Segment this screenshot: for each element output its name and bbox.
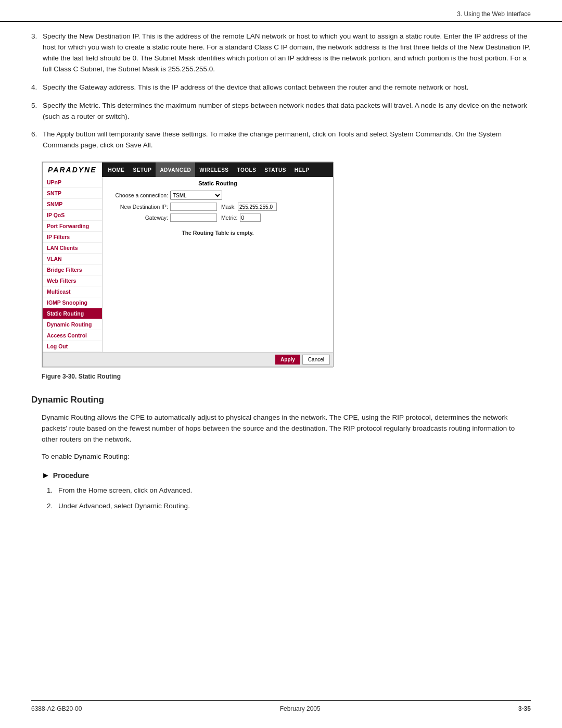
proc-step-2: 2. Under Advanced, select Dynamic Routin… (47, 501, 531, 511)
sidebar-item-logout[interactable]: Log Out (43, 341, 102, 352)
metric-input[interactable] (240, 214, 261, 222)
sidebar-item-igmpsnooping[interactable]: IGMP Snooping (43, 297, 102, 308)
dynamic-routing-heading: Dynamic Routing (31, 395, 531, 405)
figure-caption-text: Figure 3-30. Static Routing (42, 373, 121, 380)
sidebar-item-portforwarding[interactable]: Port Forwarding (43, 221, 102, 232)
sidebar-item-sntp[interactable]: SNTP (43, 188, 102, 199)
router-screenshot: PARADYNE HOME SETUP ADVANCED WIRELESS TO… (42, 161, 333, 368)
connection-label: Choose a connection: (106, 192, 168, 198)
sidebar: UPnP SNTP SNMP IP QoS Port Forwarding IP… (43, 177, 103, 352)
step-3-num: 3. (31, 31, 43, 75)
nav-items: HOME SETUP ADVANCED WIRELESS TOOLS STATU… (104, 162, 314, 177)
step-6-text: The Apply button will temporarily save t… (43, 129, 531, 151)
gateway-label: Gateway: (106, 215, 168, 221)
header-section-ref: 3. Using the Web Interface (457, 10, 531, 18)
apply-button[interactable]: Apply (275, 355, 300, 365)
logo-text: PARADYNE (48, 166, 97, 174)
gateway-input[interactable] (170, 214, 217, 222)
proc-step-1: 1. From the Home screen, click on Advanc… (47, 485, 531, 496)
sidebar-item-staticrouting[interactable]: Static Routing (43, 308, 102, 319)
step-3: 3. Specify the New Destination IP. This … (31, 31, 531, 75)
procedure-title-text: Procedure (53, 471, 89, 480)
sidebar-item-dynamicrouting[interactable]: Dynamic Routing (43, 319, 102, 330)
sidebar-item-multicast[interactable]: Multicast (43, 286, 102, 297)
metric-label: Metric: (221, 215, 238, 221)
step-5: 5. Specify the Metric. This determines t… (31, 101, 531, 122)
sidebar-item-webfilters[interactable]: Web Filters (43, 275, 102, 286)
step-5-text: Specify the Metric. This determines the … (43, 101, 531, 122)
router-logo: PARADYNE (43, 162, 102, 177)
connection-row: Choose a connection: TSML (106, 191, 330, 200)
step-6: 6. The Apply button will temporarily sav… (31, 129, 531, 151)
footer-left: 6388-A2-GB20-00 (31, 705, 82, 712)
procedure-title: ► Procedure (42, 471, 531, 480)
main-content: 3. Specify the New Destination IP. This … (31, 31, 531, 517)
sidebar-item-snmp[interactable]: SNMP (43, 199, 102, 210)
connection-select[interactable]: TSML (170, 191, 222, 200)
gateway-row: Gateway: Metric: (106, 214, 330, 222)
procedure-block: ► Procedure 1. From the Home screen, cli… (42, 471, 531, 512)
step-4-num: 4. (31, 82, 43, 93)
figure-caption: Figure 3-30. Static Routing (42, 373, 531, 380)
sidebar-item-lanclients[interactable]: LAN Clients (43, 243, 102, 254)
router-ui: PARADYNE HOME SETUP ADVANCED WIRELESS TO… (42, 162, 334, 367)
bottom-bar: Apply Cancel (43, 352, 333, 367)
step-5-num: 5. (31, 101, 43, 122)
procedure-list: 1. From the Home screen, click on Advanc… (47, 485, 531, 512)
main-panel: Static Routing Choose a connection: TSML… (103, 177, 333, 352)
page-footer: 6388-A2-GB20-00 February 2005 3-35 (31, 700, 531, 712)
mask-input[interactable] (238, 203, 277, 211)
routing-table-empty: The Routing Table is empty. (106, 230, 330, 236)
nav-help[interactable]: HELP (290, 162, 314, 177)
footer-right: 3-35 (518, 705, 531, 712)
nav-advanced[interactable]: ADVANCED (156, 162, 195, 177)
nav-bar: PARADYNE HOME SETUP ADVANCED WIRELESS TO… (43, 162, 333, 177)
nav-setup[interactable]: SETUP (129, 162, 156, 177)
panel-title: Static Routing (106, 180, 330, 186)
dest-ip-input[interactable] (170, 203, 217, 211)
sidebar-item-bridgefilters[interactable]: Bridge Filters (43, 265, 102, 275)
sidebar-item-upnp[interactable]: UPnP (43, 177, 102, 188)
cancel-button[interactable]: Cancel (302, 355, 330, 365)
procedure-arrow-icon: ► (42, 471, 50, 480)
step-4: 4. Specify the Gateway address. This is … (31, 82, 531, 93)
step-6-num: 6. (31, 129, 43, 151)
router-body: UPnP SNTP SNMP IP QoS Port Forwarding IP… (43, 177, 333, 352)
proc-step-1-num: 1. (47, 485, 58, 496)
proc-step-2-num: 2. (47, 501, 58, 511)
dynamic-routing-body: Dynamic Routing allows the CPE to automa… (42, 412, 531, 445)
dest-ip-row: New Destination IP: Mask: (106, 203, 330, 211)
nav-tools[interactable]: TOOLS (233, 162, 261, 177)
mask-label: Mask: (221, 204, 236, 210)
dest-ip-label: New Destination IP: (106, 204, 168, 210)
nav-status[interactable]: STATUS (260, 162, 290, 177)
sidebar-item-ipfilters[interactable]: IP Filters (43, 232, 102, 243)
sidebar-item-accesscontrol[interactable]: Access Control (43, 330, 102, 341)
sidebar-item-vlan[interactable]: VLAN (43, 254, 102, 265)
top-rule (0, 21, 562, 22)
footer-center: February 2005 (280, 705, 321, 712)
proc-step-1-text: From the Home screen, click on Advanced. (58, 485, 192, 496)
step-4-text: Specify the Gateway address. This is the… (43, 82, 531, 93)
proc-step-2-text: Under Advanced, select Dynamic Routing. (58, 501, 190, 511)
sidebar-item-ipqos[interactable]: IP QoS (43, 210, 102, 221)
step-3-text: Specify the New Destination IP. This is … (43, 31, 531, 75)
nav-wireless[interactable]: WIRELESS (195, 162, 233, 177)
dynamic-routing-enable: To enable Dynamic Routing: (42, 451, 531, 462)
step-list: 3. Specify the New Destination IP. This … (31, 31, 531, 151)
nav-home[interactable]: HOME (104, 162, 129, 177)
